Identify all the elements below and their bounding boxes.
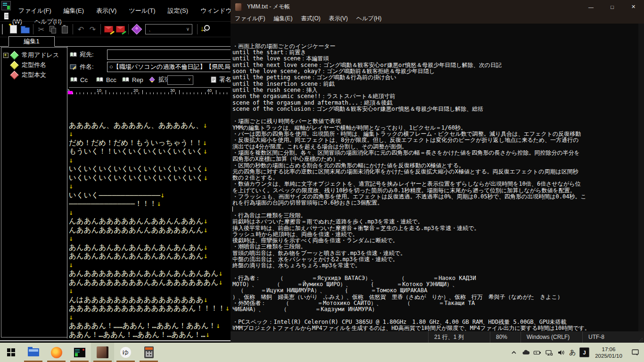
email-menu-item[interactable]: 編集(E) [58, 7, 90, 14]
taskbar-item-explorer[interactable] [22, 343, 45, 362]
signature-button[interactable]: 署名 [210, 75, 231, 84]
ruler-number: 10 [95, 88, 101, 93]
diamond-icon [10, 51, 18, 59]
taskbar-item-email-app[interactable] [68, 343, 91, 362]
book-icon [122, 77, 129, 82]
taskbar-item-ime-tool[interactable]: ゆ [114, 343, 137, 362]
linebreak-arrow: ↓ [204, 173, 208, 182]
extension-combobox[interactable] [167, 75, 193, 85]
text-line: ラッシュ時から絶頂時は、両曲を倍速・連続で。 [232, 231, 638, 238]
text-line: ・バーは図形の四角形を使用。出現箇所・時間は、編集トラックの横フレーム・ピクセル… [232, 131, 638, 137]
notepad-menu-item[interactable]: ファイル(F) [231, 15, 269, 22]
text-line: 中盤の流出音は、水をバシャッとかける2.mp3を倍速・連続で。 [232, 256, 638, 263]
ruler-number: 40 [205, 88, 212, 93]
text-line: ・PCスペック：Intel(R) Celeron(R) CPU 3865U @ … [232, 319, 638, 325]
subject-input[interactable]: ○【職場パソコンの過激不倫日記】【県民局長PCの中身】 [107, 62, 240, 72]
ime-mode-indicator[interactable]: あ [567, 343, 578, 362]
tree-item-subjects[interactable]: 定型件名 [3, 61, 46, 69]
close-button[interactable]: ✕ [623, 0, 644, 14]
copy-button[interactable] [47, 24, 59, 35]
tab-edit-1[interactable]: 編集1 [8, 36, 55, 47]
line-ending-status: Windows (CRLF) [520, 331, 582, 343]
notepad-titlebar[interactable]: YMM.txt - メモ帳 — □ ✕ [231, 0, 644, 14]
notepad-text-area[interactable]: ・画面上部の場面ごとのインジケーターuntil the start：前置きunt… [231, 24, 638, 331]
email-client-window: ファイル(F)編集(E)表示(V)ツール(T)設定(S)ウィンドウ(W)ヘルプ(… [0, 0, 236, 341]
text-line: 前戯時はネバついた摩擦音＝雨でぬれた道路を歩く.mp3を常速・連続で。 [232, 219, 638, 225]
bcc-button[interactable]: Bcc [95, 75, 116, 84]
email-menu-item[interactable]: 表示(V) [90, 7, 123, 14]
text-line [232, 206, 638, 213]
taskbar-clock[interactable]: 17:06 2025/01/10 [590, 346, 627, 359]
body-line: ―――――――――――――――！！！↓ [69, 199, 236, 208]
vertical-scrollbar[interactable] [638, 24, 644, 331]
search-button[interactable]: ↓ [199, 24, 211, 35]
firefox-icon [51, 347, 62, 358]
notepad-menu-item[interactable]: ヘルプ(H) [352, 15, 386, 22]
to-input[interactable] [107, 49, 240, 60]
tray-expand-chevron-icon[interactable] [508, 343, 520, 362]
body-line: あんああああああああんあんああああああん↓ [69, 278, 236, 287]
network-icon[interactable] [543, 343, 555, 362]
resize-grip[interactable] [634, 331, 644, 343]
redo-button[interactable]: ↷ [87, 24, 99, 35]
taskbar-item-notepad[interactable] [91, 343, 114, 362]
body-line: ↓ [69, 287, 236, 296]
battery-icon[interactable] [531, 343, 543, 362]
recipient-buttons-row: Cc Bcc Rep 拡張 署名 [69, 75, 236, 85]
email-menu-item[interactable]: ツール(T) [123, 7, 161, 14]
notepad-menu-item[interactable]: 表示(V) [325, 15, 352, 22]
taskbar-item-calculator[interactable] [137, 343, 160, 362]
text-line: until the next love scene：ゴング鳴動＆観客安心or嫌悪… [232, 62, 638, 68]
minimize-button[interactable]: — [580, 0, 602, 14]
volume-icon[interactable] [555, 343, 567, 362]
email-tab-bar: 編集1 [0, 36, 236, 47]
email-app-icon [1, 1, 11, 10]
text-line: を上げていく。スペックの限度故、残り10秒を切った箇所のみ0.1秒精度。場面毎に… [232, 188, 638, 194]
cc-button[interactable]: Cc [69, 75, 88, 84]
notepad-menu-item[interactable]: 編集(E) [269, 15, 297, 22]
body-line: ああああん、ああああん、ああああん、↓ [69, 121, 236, 130]
action-center-icon[interactable] [627, 343, 644, 362]
email-menubar: ファイル(F)編集(E)表示(V)ツール(T)設定(S)ウィンドウ(W)ヘルプ(… [0, 10, 236, 21]
cut-button[interactable]: ✂ [35, 24, 47, 35]
text-line: until the insertion scene：前戯 [232, 81, 638, 87]
send-mail-button[interactable] [103, 24, 115, 35]
maximize-button[interactable]: □ [602, 0, 623, 14]
text-line: （ ＝Ицуки НИЩИМУРА）、 ｛ ＝Томоко ЩИРАКАВА [232, 288, 638, 294]
tree-item-addresses[interactable]: 常用アドレス [3, 51, 59, 59]
notepad-icon [97, 346, 108, 358]
open-button[interactable] [19, 24, 31, 35]
new-message-button[interactable] [8, 24, 19, 35]
onedrive-cloud-icon[interactable] [520, 343, 531, 362]
text-line: ・行為音は二種類を三段階。 [232, 213, 638, 219]
expander-icon[interactable] [3, 53, 8, 58]
rep-button[interactable]: Rep [121, 75, 143, 84]
start-button[interactable] [0, 343, 22, 362]
email-menu-item[interactable]: ファイル(F) [12, 7, 58, 14]
text-line: 数の２倍とする。 [232, 175, 638, 181]
text-line: ・区間の秒数の場面に占める割合を元の四角形の幅にかけた値を反復移動のX極値とする… [232, 163, 638, 169]
taskbar-item-firefox[interactable] [45, 343, 68, 362]
toolbar-grip[interactable] [2, 24, 4, 34]
body-line: いくいくいくいくいくいくいくいくいく↓ [69, 173, 236, 182]
linebreak-arrow: ↓ [69, 130, 73, 138]
text-line: ・場面ごとに残り時間をバーと数値で表現 [232, 118, 638, 124]
check-mail-button[interactable] [115, 24, 126, 35]
email-menu-item[interactable]: 設定(S) [162, 7, 194, 14]
ime-j-indicator[interactable]: J [578, 343, 590, 362]
text-line: soon the love scene, okay?：ゴング鳴動前＆観客拒絶＆母… [232, 68, 638, 74]
calculator-icon [144, 346, 154, 358]
email-body-editor[interactable]: ああああん、ああああん、ああああん、↓↓だめ！だめ！だめ！もういっちゃう！！↓も… [69, 95, 236, 338]
linebreak-arrow: ↓ [203, 139, 207, 147]
undo-button[interactable]: ↶ [75, 24, 87, 35]
toolbar-combobox[interactable]: 、 [145, 24, 192, 34]
text-line: 四角形のX座標に加算（中心座標のため）。 [232, 156, 638, 162]
paste-button[interactable] [59, 24, 71, 35]
text-line: 挿入後平常時は、前曲に加えパサついた摩擦音＋衝撃音＝芝生の上を走る.mp3を常速… [232, 225, 638, 231]
address-book-button[interactable] [131, 24, 142, 35]
notepad-menu-item[interactable]: 書式(O) [297, 15, 324, 22]
text-line: YMMプロジェクトファイルからMP4ファイルを生成するのは、HD高画質で1時間尺… [232, 325, 638, 331]
tree-item-bodies[interactable]: 定型本文 [3, 71, 46, 79]
scrollbar-down-icon[interactable]: ∨ [231, 326, 236, 330]
linebreak-arrow: ↓ [203, 121, 207, 130]
